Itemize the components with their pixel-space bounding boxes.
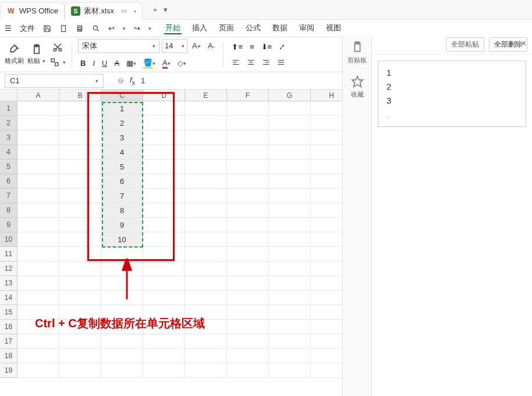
file-menu[interactable]: 文件 (20, 23, 35, 34)
redo-icon[interactable]: ↪ (134, 24, 140, 33)
cell[interactable] (143, 116, 185, 130)
cell[interactable] (269, 276, 311, 291)
cell[interactable] (185, 247, 227, 261)
cell[interactable] (185, 145, 227, 160)
decrease-font-icon[interactable]: A- (205, 40, 217, 52)
cell[interactable] (17, 130, 59, 145)
cell[interactable] (269, 261, 311, 276)
cell[interactable] (269, 145, 311, 160)
cell[interactable] (101, 349, 143, 363)
ribbon-tab-data[interactable]: 数据 (271, 23, 289, 34)
undo-icon[interactable]: ↩ (108, 24, 115, 33)
row-header[interactable]: 2 (0, 116, 17, 130)
cell[interactable] (227, 247, 269, 261)
border-button[interactable]: ▦▾ (124, 57, 139, 69)
cell[interactable] (101, 363, 143, 378)
cell[interactable] (143, 334, 185, 349)
cell[interactable] (269, 334, 311, 349)
cell[interactable] (17, 218, 59, 232)
cell[interactable] (227, 174, 269, 189)
sidepane-clipboard[interactable]: 剪贴板 (347, 41, 367, 65)
ribbon-tab-page[interactable]: 页面 (218, 23, 235, 34)
cell[interactable]: 9 (101, 218, 143, 232)
align-right-icon[interactable] (260, 56, 272, 68)
cell[interactable] (227, 349, 269, 363)
cell[interactable] (269, 101, 311, 116)
cell[interactable] (227, 320, 269, 334)
sidepane-favorite[interactable]: 收藏 (351, 75, 364, 99)
align-bottom-icon[interactable]: ⬇≡ (259, 41, 275, 53)
cell[interactable] (269, 232, 311, 247)
cell[interactable] (17, 203, 59, 218)
cell[interactable] (59, 160, 101, 174)
new-tab-button[interactable]: ＋ (150, 4, 161, 16)
row-header[interactable]: 14 (0, 291, 17, 305)
cell[interactable] (143, 261, 185, 276)
cell[interactable] (59, 203, 101, 218)
row-header[interactable]: 12 (0, 261, 17, 276)
cell[interactable] (59, 276, 101, 291)
formula-input[interactable]: 1 (141, 76, 292, 85)
row-header[interactable]: 11 (0, 247, 17, 261)
cell[interactable] (227, 160, 269, 174)
row-header[interactable]: 1 (0, 101, 17, 116)
ribbon-tab-review[interactable]: 审阅 (298, 23, 315, 34)
cell[interactable]: 6 (101, 174, 143, 189)
cell[interactable] (185, 203, 227, 218)
cell[interactable] (227, 101, 269, 116)
format-brush-group[interactable]: 格式刷 (5, 44, 24, 65)
cell[interactable] (59, 291, 101, 305)
cell[interactable] (143, 174, 185, 189)
cell[interactable] (59, 363, 101, 378)
cell[interactable] (17, 261, 59, 276)
cell[interactable] (17, 116, 59, 130)
col-header[interactable]: B (59, 90, 101, 101)
cut-icon[interactable] (52, 41, 63, 53)
cell[interactable] (227, 203, 269, 218)
undo-menu-chevron-icon[interactable]: ▾ (123, 26, 126, 31)
col-header[interactable]: D (143, 90, 185, 101)
clipboard-item[interactable]: 1 2 3 . (378, 61, 526, 127)
cell[interactable] (185, 261, 227, 276)
menu-icon[interactable]: ☰ (5, 24, 12, 33)
ribbon-tab-start[interactable]: 开始 (164, 23, 182, 34)
cell[interactable] (17, 101, 59, 116)
row-header[interactable]: 15 (0, 305, 17, 320)
cell[interactable] (17, 334, 59, 349)
cell[interactable] (269, 305, 311, 320)
cell[interactable] (185, 363, 227, 378)
cell[interactable] (269, 363, 311, 378)
cell[interactable]: 1 (101, 101, 143, 116)
row-header[interactable]: 7 (0, 189, 17, 203)
cell[interactable] (59, 101, 101, 116)
align-center-icon[interactable] (244, 56, 257, 68)
row-header[interactable]: 17 (0, 334, 17, 349)
cell[interactable] (185, 160, 227, 174)
cell[interactable] (143, 130, 185, 145)
cell[interactable] (17, 232, 59, 247)
cell[interactable] (101, 291, 143, 305)
cell[interactable] (185, 334, 227, 349)
cell[interactable] (185, 101, 227, 116)
cell[interactable] (143, 291, 185, 305)
cell[interactable] (269, 218, 311, 232)
select-all-corner[interactable] (0, 90, 17, 101)
cell[interactable] (143, 349, 185, 363)
close-icon[interactable]: × (521, 38, 526, 49)
file-tab[interactable]: S 素材.xlsx ▭ • (65, 2, 143, 20)
cancel-formula-icon[interactable]: ⊖ (118, 76, 124, 85)
find-icon[interactable] (92, 24, 100, 33)
cell[interactable] (143, 363, 185, 378)
col-header[interactable]: A (17, 90, 59, 101)
row-header[interactable]: 10 (0, 232, 17, 247)
cell[interactable]: 2 (101, 116, 143, 130)
save-icon[interactable] (43, 24, 51, 33)
ribbon-tab-insert[interactable]: 插入 (191, 23, 208, 34)
align-left-icon[interactable] (229, 56, 242, 68)
cell[interactable] (143, 189, 185, 203)
italic-button[interactable]: I (90, 57, 97, 69)
cell[interactable] (17, 174, 59, 189)
cell[interactable] (17, 160, 59, 174)
cell[interactable] (17, 189, 59, 203)
cell[interactable] (269, 116, 311, 130)
